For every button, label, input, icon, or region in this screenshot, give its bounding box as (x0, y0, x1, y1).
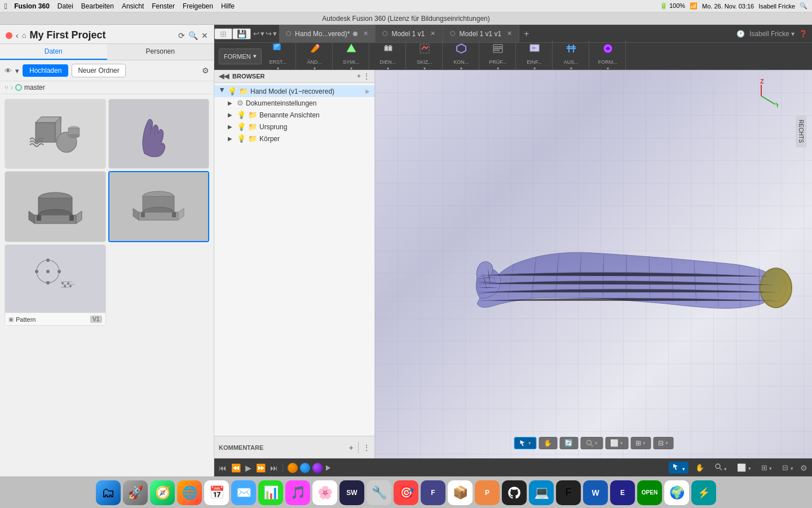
viewport-more-tool[interactable]: ⊟ ▾ (653, 437, 673, 449)
dock-arduino[interactable]: ⚡ (691, 480, 716, 505)
menu-ansicht[interactable]: Ansicht (122, 2, 144, 10)
play-circle-purple[interactable] (312, 463, 323, 473)
comments-more-button[interactable]: ⋮ (363, 444, 370, 452)
tree-play-button[interactable]: ▶ (365, 88, 370, 94)
toolbar-einf[interactable]: EINF... ▾ (520, 41, 549, 72)
play-next-button[interactable]: ⏩ (256, 463, 266, 472)
upload-button[interactable]: Hochladen (23, 64, 68, 77)
dock-finder[interactable]: 🗂 (96, 480, 121, 505)
menu-bearbeiten[interactable]: Bearbeiten (81, 2, 114, 10)
3d-viewport[interactable]: Z Y RECHTS ▾ ✋ 🔄 (375, 70, 812, 458)
menu-fusion360[interactable]: Fusion 360 (14, 2, 50, 10)
close-panel-button[interactable]: ✕ (201, 31, 208, 40)
toolbar-dien[interactable]: DIEN... ▾ (374, 41, 402, 72)
dock-calendar[interactable]: 📅 (204, 480, 229, 505)
tab-hand-model[interactable]: ⬡ Hand Mo...vered)* ✕ (279, 25, 376, 42)
dock-sw[interactable]: SW (339, 480, 364, 505)
tab-daten[interactable]: Daten (0, 44, 107, 60)
tree-item-root[interactable]: ▶ 💡 📁 Hand Model (v1~recovered) ▶ (214, 85, 374, 97)
play-play-button[interactable]: ▶ (245, 463, 251, 472)
menu-freigeben[interactable]: Freigeben (183, 2, 213, 10)
toolbar-aus[interactable]: AUS... ▾ (557, 41, 585, 72)
play-select-tool[interactable]: ▾ (669, 462, 689, 474)
undo-dropdown-button[interactable]: ▾ (261, 29, 264, 38)
sort-dropdown-button[interactable]: ▾ (15, 67, 19, 75)
formen-dropdown[interactable]: FORMEN ▾ (219, 49, 262, 64)
search-button[interactable]: 🔍 (188, 31, 198, 40)
settings-gear-icon[interactable]: ⚙ (800, 463, 807, 472)
play-circle-orange[interactable] (288, 463, 298, 473)
tab-close-button-3[interactable]: ✕ (507, 30, 512, 37)
new-folder-button[interactable]: Neuer Ordner (72, 64, 125, 77)
dock-github[interactable] (502, 480, 527, 505)
save-button[interactable]: 💾 (232, 28, 251, 40)
play-display-tool[interactable]: ⬜ ▾ (734, 462, 754, 473)
dock-mail[interactable]: ✉️ (231, 480, 256, 505)
dock-chrome[interactable]: 🌐 (177, 480, 202, 505)
play-circle-blue[interactable] (300, 463, 310, 473)
browser-more-button[interactable]: ⋮ (363, 72, 370, 80)
viewport-orbit-tool[interactable]: 🔄 (559, 437, 578, 449)
file-card-beginning[interactable]: ▣ beginning V4 (5, 99, 106, 169)
tab-personen[interactable]: Personen (107, 44, 214, 60)
viewport-display-tool[interactable]: ⬜ ▾ (605, 437, 628, 449)
file-card-pattern[interactable]: ▣ Pattern V1 (5, 244, 106, 326)
tab-model1v1[interactable]: ⬡ Model 1 v1 ✕ (376, 25, 443, 42)
comments-add-button[interactable]: + (349, 443, 354, 452)
dock-numbers[interactable]: 📊 (258, 480, 283, 505)
tree-item-koerper[interactable]: ▶ 💡 📁 Körper (214, 133, 374, 144)
grid-view-button[interactable]: ⊞ (214, 28, 232, 40)
tab-close-button-2[interactable]: ✕ (430, 30, 435, 37)
play-zoom-tool[interactable]: ▾ (711, 462, 731, 474)
play-prev-button[interactable]: ⏪ (231, 463, 241, 472)
dock-open[interactable]: OPEN (637, 480, 662, 505)
toolbar-kon[interactable]: KON... ▾ (447, 41, 475, 72)
toolbar-aendern[interactable]: ÄND... ▾ (301, 41, 329, 72)
dock-chrome2[interactable]: 🌍 (664, 480, 689, 505)
undo-button[interactable]: ↩ (253, 29, 259, 38)
toolbar-form[interactable]: FORM... ▾ (594, 41, 622, 72)
tab-close-button[interactable]: ✕ (363, 30, 368, 37)
close-button[interactable] (6, 32, 12, 39)
menu-hilfe[interactable]: Hilfe (221, 2, 235, 10)
file-card-handmodel[interactable]: ▣ Hand Model V1 (108, 99, 210, 169)
right-orientation-label[interactable]: RECHTS (796, 115, 806, 147)
play-skip-start-button[interactable]: ⏮ (219, 463, 227, 472)
file-card-model1v1[interactable]: ▣ Model 1 v1 V1 (108, 171, 210, 242)
viewport-pan-tool[interactable]: ✋ (539, 437, 557, 449)
tab-model1v1v1[interactable]: ⬡ Model 1 v1 v1 ✕ (443, 25, 519, 42)
dock-word[interactable]: W (583, 480, 608, 505)
dock-app20[interactable]: E (610, 480, 635, 505)
dock-photos[interactable]: 🌸 (312, 480, 337, 505)
add-tab-button[interactable]: + (519, 29, 533, 39)
history-icon[interactable]: 🕐 (736, 30, 745, 38)
dock-app13[interactable]: F (421, 480, 445, 505)
dock-launchpad[interactable]: 🚀 (123, 480, 148, 505)
menu-fenster[interactable]: Fenster (152, 2, 175, 10)
tree-item-doku[interactable]: ▶ ⚙ Dokumenteinstellungen (214, 97, 374, 109)
dock-solidworks[interactable]: 🔧 (367, 480, 391, 505)
dock-app17[interactable]: 💻 (529, 480, 554, 505)
refresh-button[interactable]: ⟳ (178, 31, 185, 40)
play-more-tool[interactable]: ⊟ ▾ (779, 462, 797, 473)
tree-item-ansichten[interactable]: ▶ 💡 📁 Benannte Ansichten (214, 109, 374, 121)
tree-item-ursprung[interactable]: ▶ 💡 📁 Ursprung (214, 121, 374, 133)
viewport-zoom-tool[interactable]: ▾ (580, 437, 603, 449)
redo-button[interactable]: ↪ (266, 29, 272, 38)
play-hand-tool[interactable]: ✋ (692, 462, 708, 473)
dock-dropbox[interactable]: 📦 (448, 480, 473, 505)
toolbar-erstellen[interactable]: ERST... ▾ (264, 41, 292, 72)
dock-ppt[interactable]: P (475, 480, 500, 505)
dock-itunes[interactable]: 🎵 (285, 480, 310, 505)
browser-add-button[interactable]: + (357, 72, 361, 80)
dock-app12[interactable]: 🎯 (394, 480, 418, 505)
play-skip-end-button[interactable]: ⏭ (270, 463, 278, 472)
search-icon[interactable]: 🔍 (800, 2, 807, 10)
viewport-grid-tool[interactable]: ⊞ ▾ (630, 437, 651, 449)
redo-dropdown-button[interactable]: ▾ (273, 29, 277, 38)
menu-datei[interactable]: Datei (58, 2, 73, 10)
toolbar-pruef[interactable]: PRÜF... ▾ (484, 41, 512, 72)
toolbar-skiz[interactable]: SKIZ... ▾ (411, 41, 439, 72)
dock-safari[interactable]: 🧭 (150, 480, 175, 505)
view-toggle-button[interactable]: 👁 (5, 67, 12, 75)
